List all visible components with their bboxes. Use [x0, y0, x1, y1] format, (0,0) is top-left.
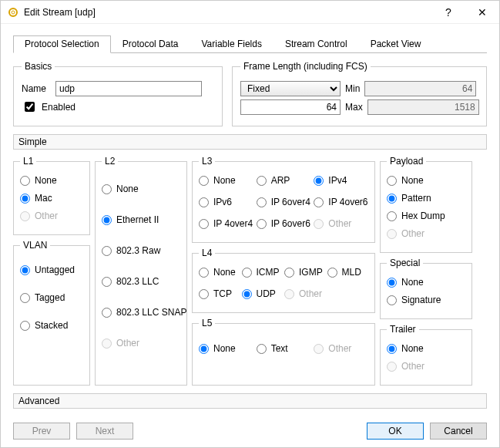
l5-none[interactable]: None — [199, 343, 253, 354]
l2-8023-llc[interactable]: 802.3 LLC — [102, 276, 180, 287]
app-icon — [7, 6, 19, 19]
prev-button: Prev — [13, 423, 70, 440]
l3-ip6over6[interactable]: IP 6over6 — [257, 218, 311, 229]
special-legend: Special — [387, 258, 423, 268]
vlan-legend: VLAN — [20, 240, 50, 251]
trailer-other: Other — [387, 361, 465, 372]
l1-mac[interactable]: Mac — [20, 193, 83, 204]
l1-group: L1 None Mac Other — [13, 156, 90, 235]
footer: Prev Next OK Cancel — [1, 416, 499, 448]
close-icon: ✕ — [478, 6, 487, 19]
l4-other: Other — [284, 288, 326, 299]
payload-none[interactable]: None — [387, 175, 465, 186]
payload-group: Payload None Pattern Hex Dump Other — [380, 156, 472, 253]
frame-length-legend: Frame Length (including FCS) — [240, 61, 371, 72]
close-button[interactable]: ✕ — [465, 1, 499, 24]
l3-ip6over4[interactable]: IP 6over4 — [257, 197, 311, 207]
min-label: Min — [345, 83, 360, 94]
l2-group: L2 None Ethernet II 802.3 Raw 802.3 LLC … — [95, 156, 187, 386]
l4-igmp[interactable]: IGMP — [284, 267, 326, 278]
l4-tcp[interactable]: TCP — [199, 288, 240, 299]
l3-ip4over6[interactable]: IP 4over6 — [314, 197, 368, 207]
help-icon: ? — [445, 6, 451, 19]
tab-variable-fields[interactable]: Variable Fields — [190, 35, 273, 53]
advanced-section-header[interactable]: Advanced — [13, 393, 487, 409]
l3-ipv6[interactable]: IPv6 — [199, 197, 253, 207]
trailer-none[interactable]: None — [387, 343, 465, 354]
l1-legend: L1 — [20, 156, 36, 167]
frame-length-input[interactable] — [240, 99, 341, 115]
special-signature[interactable]: Signature — [387, 295, 465, 305]
titlebar: Edit Stream [udp] ? ✕ — [1, 1, 499, 24]
l4-icmp[interactable]: ICMP — [242, 267, 284, 278]
l4-udp[interactable]: UDP — [242, 288, 284, 299]
trailer-legend: Trailer — [387, 324, 419, 335]
l4-none[interactable]: None — [199, 267, 240, 278]
l1-none[interactable]: None — [20, 175, 83, 186]
l2-8023-raw[interactable]: 802.3 Raw — [102, 245, 180, 256]
payload-legend: Payload — [387, 156, 426, 167]
trailer-group: Trailer None Other — [380, 324, 472, 386]
cancel-button[interactable]: Cancel — [430, 423, 487, 440]
special-none[interactable]: None — [387, 277, 465, 288]
tab-stream-control[interactable]: Stream Control — [273, 35, 359, 53]
basics-group: Basics Name Enabled — [13, 61, 223, 126]
l4-legend: L4 — [199, 248, 215, 258]
l5-other: Other — [314, 343, 368, 354]
frame-length-group: Frame Length (including FCS) Fixed Min M… — [232, 61, 487, 126]
l1-other: Other — [20, 211, 83, 221]
simple-section-header[interactable]: Simple — [13, 134, 487, 150]
vlan-group: VLAN Untagged Tagged Stacked — [13, 240, 90, 386]
l5-legend: L5 — [199, 318, 215, 328]
tabbar: Protocol Selection Protocol Data Variabl… — [13, 35, 487, 53]
payload-hexdump[interactable]: Hex Dump — [387, 211, 465, 221]
l2-other: Other — [102, 338, 180, 349]
l5-text[interactable]: Text — [257, 343, 311, 354]
tab-protocol-data[interactable]: Protocol Data — [111, 35, 190, 53]
l2-none[interactable]: None — [102, 184, 180, 194]
l3-other: Other — [314, 218, 368, 229]
payload-other: Other — [387, 228, 465, 239]
vlan-untagged[interactable]: Untagged — [20, 264, 83, 275]
l3-ip4over4[interactable]: IP 4over4 — [199, 218, 253, 229]
l5-group: L5 None Text Other — [192, 318, 375, 386]
l2-8023-llc-snap[interactable]: 802.3 LLC SNAP — [102, 307, 180, 318]
max-label: Max — [345, 102, 363, 113]
l4-mld[interactable]: MLD — [327, 267, 369, 278]
tab-packet-view[interactable]: Packet View — [359, 35, 433, 53]
l2-legend: L2 — [102, 156, 118, 167]
svg-point-1 — [12, 11, 15, 14]
vlan-stacked[interactable]: Stacked — [20, 320, 83, 331]
window-title: Edit Stream [udp] — [24, 7, 431, 18]
min-input — [364, 81, 476, 96]
next-button: Next — [76, 423, 133, 440]
special-group: Special None Signature — [380, 258, 472, 319]
payload-pattern[interactable]: Pattern — [387, 193, 465, 204]
l3-none[interactable]: None — [199, 175, 253, 186]
name-label: Name — [22, 83, 51, 94]
vlan-tagged[interactable]: Tagged — [20, 292, 83, 303]
l4-group: L4 None ICMP IGMP MLD TCP UDP Other — [192, 248, 375, 313]
max-input — [367, 99, 479, 115]
l3-group: L3 None ARP IPv4 IPv6 IP 6over4 IP 4over… — [192, 156, 375, 243]
l3-arp[interactable]: ARP — [257, 175, 311, 186]
l3-legend: L3 — [199, 156, 215, 167]
tab-protocol-selection[interactable]: Protocol Selection — [13, 35, 111, 53]
enabled-label: Enabled — [42, 102, 76, 113]
help-button[interactable]: ? — [431, 1, 465, 24]
ok-button[interactable]: OK — [367, 423, 424, 440]
l3-ipv4[interactable]: IPv4 — [314, 175, 368, 186]
basics-legend: Basics — [22, 61, 55, 72]
enabled-checkbox[interactable] — [25, 102, 35, 112]
name-input[interactable] — [55, 81, 202, 96]
l2-ethernet-ii[interactable]: Ethernet II — [102, 214, 180, 225]
frame-length-mode-select[interactable]: Fixed — [240, 81, 341, 96]
